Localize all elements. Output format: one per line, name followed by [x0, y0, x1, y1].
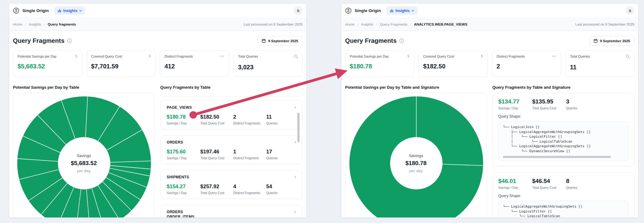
- query-shape-line: └── DynamicSecureView []: [503, 149, 628, 154]
- breadcrumb-item-insights[interactable]: Insights: [361, 22, 373, 26]
- insights-nav-button[interactable]: Insights: [386, 6, 418, 15]
- row-stat: 11Queries: [266, 114, 296, 125]
- signature-stat-value: 3: [566, 98, 629, 105]
- table-row-card-orders[interactable]: ORDERS›$175.60Savings / Day$197.46Total …: [160, 135, 303, 164]
- row-stat-value: $182.50: [200, 114, 233, 120]
- dollar-icon: $: [407, 55, 410, 58]
- stat-card-total-queries: Total Queries11: [565, 51, 634, 77]
- horizontal-scrollbar-thumb[interactable]: [503, 156, 611, 158]
- query-shape-line: └── LogicalJoin []: [503, 125, 628, 130]
- savings-donut-chart: [13, 93, 155, 218]
- query-shape-line: ├── LogicalAggregateWithGroupingSets []: [503, 130, 628, 135]
- breadcrumb-bar: Home/Insights/Query fragments Last proce…: [9, 18, 306, 31]
- stat-card-distinct-fragments: Distinct Fragments<>412: [160, 51, 229, 77]
- query-shape-line: └── LogicalTableScan: [503, 214, 628, 218]
- code-icon: <>: [220, 55, 225, 58]
- stat-card-potential-savings-per-day: Potential Savings per Day$$5,683.52: [13, 51, 82, 77]
- info-icon[interactable]: [67, 39, 72, 43]
- signature-stat: 8Queries: [566, 178, 629, 189]
- breadcrumb-item-insights[interactable]: Insights: [29, 22, 41, 26]
- chevron-right-icon: ›: [294, 140, 296, 144]
- dollar-icon: $: [149, 55, 151, 58]
- last-processed-text: Last processed on 9 September 2025: [575, 22, 634, 26]
- query-shape-line: └── LogicalAggregateWithGroupingSets []: [503, 144, 628, 149]
- stat-value: 11: [570, 64, 630, 71]
- stat-label: Covered Query Cost: [423, 55, 454, 58]
- info-icon[interactable]: [399, 39, 404, 43]
- stat-card-covered-query-cost: Covered Query Cost$$182.50: [418, 51, 487, 77]
- breadcrumb-item-home[interactable]: Home: [13, 22, 22, 26]
- date-picker-label: 9 September 2025: [268, 39, 298, 43]
- row-stat: $180.78Savings / Day: [167, 114, 200, 125]
- partially-scrolled-card: [160, 93, 303, 96]
- table-row-card-page_views[interactable]: PAGE_VIEWS›$180.78Savings / Day$182.50To…: [160, 100, 303, 129]
- row-stat: $197.46Total Query Cost: [200, 149, 233, 160]
- row-stat: 54Queries: [266, 184, 296, 195]
- row-title: ORDERSORDER_ITEMS: [167, 209, 194, 218]
- signature-card: $46.01Savings / Day$46.54Total Query Cos…: [492, 172, 634, 218]
- signature-stat-value: 8: [566, 178, 629, 184]
- calendar-icon: [594, 39, 597, 43]
- breadcrumb-item-analytics-web-page-views: ANALYTICS.WEB.PAGE_VIEWS: [414, 22, 467, 26]
- chevron-right-icon: ›: [294, 175, 296, 179]
- row-stat-value: 1: [233, 149, 266, 155]
- chart-section-title: Potential Savings per Day by Table and S…: [345, 85, 487, 90]
- row-stat-value: $180.78: [167, 114, 200, 120]
- list-scrollbar-thumb[interactable]: [297, 113, 300, 142]
- list-section-title: Query Fragments by Table: [160, 85, 303, 90]
- page-title: Query Fragments: [13, 37, 64, 44]
- table-row-card-orders[interactable]: ORDERSORDER_ITEMS›: [160, 205, 303, 218]
- chevron-right-icon: ›: [294, 209, 296, 214]
- row-stat-value: 54: [266, 184, 296, 190]
- breadcrumb: Home/Insights/Query fragments: [13, 22, 76, 26]
- stat-label: Potential Savings per Day: [350, 55, 389, 58]
- table-row-card-shipments[interactable]: SHIPMENTS›$154.27Savings / Day$257.92Tot…: [160, 170, 303, 199]
- stat-value: $182.50: [423, 63, 483, 70]
- row-stat-label: Total Query Cost: [200, 156, 233, 160]
- query-shape-line: │ └── LogicalTableScan: [503, 139, 628, 144]
- breadcrumb-separator: /: [357, 22, 359, 26]
- stats-row: Potential Savings per Day$$180.78Covered…: [345, 51, 634, 77]
- search-icon: [294, 55, 298, 59]
- stat-label: Covered Query Cost: [91, 55, 122, 58]
- stat-value: $180.78: [350, 63, 410, 70]
- row-stat-label: Distinct Fragment: [233, 156, 266, 160]
- signature-stat-value: $135.95: [532, 98, 566, 105]
- row-stat-label: Savings / Day: [167, 156, 200, 160]
- breadcrumb-separator: /: [376, 22, 377, 26]
- date-picker-button[interactable]: 9 September 2025: [258, 36, 303, 46]
- breadcrumb-item-home[interactable]: Home: [345, 22, 355, 26]
- row-stat-value: 11: [266, 114, 296, 120]
- donut-chart-card: Savings $5,683.52 per day: [13, 93, 155, 218]
- row-title: ORDERS: [167, 140, 183, 145]
- row-stat-label: Total Query Cost: [200, 191, 233, 195]
- search-icon: [626, 55, 630, 59]
- stat-label: Distinct Fragments: [165, 55, 193, 58]
- row-stat-label: Total Query Cost: [200, 121, 233, 125]
- row-stat: 2Distinct Fragments: [233, 114, 266, 125]
- code-icon: <>: [552, 55, 556, 58]
- single-origin-logo-icon: [13, 7, 19, 14]
- top-bar: Single Origin Insights S: [341, 4, 638, 18]
- signature-stat-value: $46.54: [532, 178, 566, 184]
- insights-nav-button[interactable]: Insights: [54, 6, 85, 15]
- search-icon: [626, 55, 630, 59]
- signatures-list: $134.77Savings / Day$135.95Total Query C…: [492, 93, 634, 218]
- user-avatar[interactable]: S: [626, 6, 634, 15]
- signature-stat: $135.95Total Query Cost: [532, 98, 566, 110]
- last-processed-text: Last processed on 9 September 2025: [243, 22, 303, 26]
- bar-chart-icon: [58, 9, 61, 13]
- signature-stat-value: $46.01: [498, 178, 532, 184]
- row-title: PAGE_VIEWS: [167, 105, 192, 110]
- date-picker-button[interactable]: 9 September 2025: [589, 36, 634, 46]
- row-stat-label: Queries: [266, 121, 296, 125]
- screenshot-panel-right: Single Origin Insights S Home/Insights/Q…: [341, 3, 638, 218]
- breadcrumb-separator: /: [25, 22, 26, 26]
- search-icon: [294, 55, 298, 59]
- user-avatar[interactable]: S: [294, 6, 303, 15]
- row-stat-label: Distinct Fragments: [233, 121, 266, 125]
- breadcrumb-separator: /: [43, 22, 45, 26]
- row-stat-label: Queries: [266, 156, 296, 160]
- signature-stat: $46.01Savings / Day: [498, 178, 532, 189]
- breadcrumb-item-query-fragments[interactable]: Query Fragments: [380, 22, 407, 26]
